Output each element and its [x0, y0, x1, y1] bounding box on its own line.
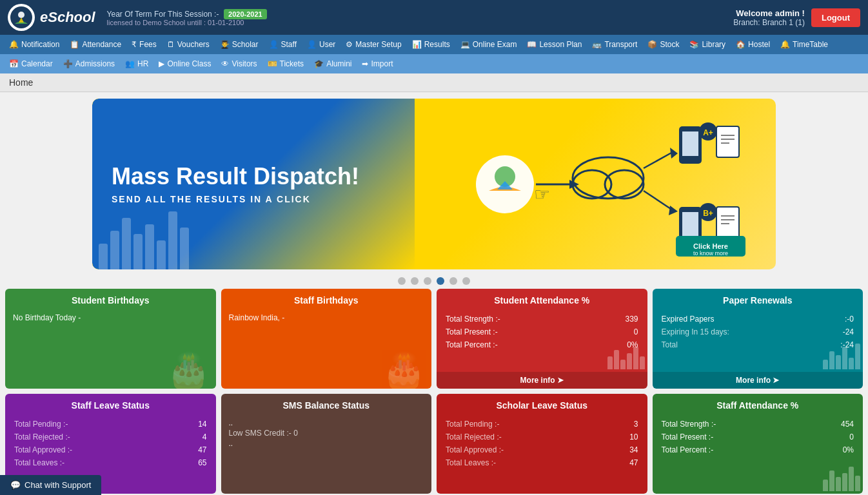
carousel-dots	[0, 273, 868, 289]
nav-user[interactable]: 👤 User	[302, 35, 340, 54]
svg-point-1	[18, 12, 25, 18]
welcome-message: Welcome admin !	[733, 8, 805, 18]
table-row: Total Rejected :- 10	[446, 431, 638, 443]
staff-leave-title: Staff Leave Status	[5, 394, 216, 414]
staff-birthday-icon: 🎂	[382, 353, 431, 389]
staff-strength-value: 454	[817, 418, 854, 430]
student-attendance-more-info[interactable]: More info ➤	[437, 372, 647, 389]
svg-text:B+: B+	[703, 209, 713, 218]
svg-rect-17	[716, 126, 739, 157]
nav-admissions[interactable]: ➕ Admissions	[58, 54, 120, 73]
logo-image	[8, 4, 35, 31]
chat-support-button[interactable]: 💬 Chat with Support	[0, 475, 101, 495]
approved-value: 47	[182, 444, 206, 456]
total-label: Total	[662, 339, 822, 351]
approved-label: Total Approved :-	[14, 444, 181, 456]
chat-icon: 💬	[10, 480, 21, 490]
dot-6[interactable]	[462, 277, 470, 285]
birthday-icon: 🎂	[166, 353, 216, 389]
nav-visitors[interactable]: 👁 Visitors	[216, 54, 262, 73]
nav-staff[interactable]: 👤 Staff	[264, 35, 302, 54]
table-row: Total Percent :- 0%	[662, 444, 854, 456]
branch-info: Branch: Branch 1 (1)	[733, 18, 805, 27]
expiring-value: -24	[822, 326, 854, 338]
logo-text: eSchool	[40, 9, 95, 26]
nav-import[interactable]: ➡ Import	[357, 54, 398, 73]
student-birthdays-title: Student Birthdays	[5, 289, 216, 309]
student-attendance-card: Student Attendance % Total Strength :- 3…	[437, 289, 647, 389]
dot-2[interactable]	[411, 277, 419, 285]
svg-line-11	[644, 191, 673, 210]
scholar-leave-title: Scholar Leave Status	[437, 394, 647, 414]
staff-attendance-title: Staff Attendance %	[653, 394, 863, 414]
paper-renewals-more-info[interactable]: More info ➤	[653, 372, 863, 389]
sms-line1: ..	[229, 418, 424, 427]
nav-tickets[interactable]: 🎫 Tickets	[262, 54, 310, 73]
nav-vouchers[interactable]: 🗒 Vouchers	[162, 35, 215, 54]
staff-percent-value: 0%	[817, 444, 854, 456]
nav-scholar[interactable]: 👨‍🎓 Scholar	[215, 35, 264, 54]
svg-rect-14	[682, 131, 698, 156]
present-label: Total Present :-	[446, 326, 600, 338]
nav-online-exam[interactable]: 💻 Online Exam	[455, 35, 522, 54]
strength-label: Total Strength :-	[446, 313, 600, 325]
nav-attendance[interactable]: 📋 Attendance	[64, 35, 126, 54]
nav-results[interactable]: 📊 Results	[407, 35, 455, 54]
breadcrumb: Home	[0, 73, 868, 92]
banner-right: A+ B+ Click Here to kno	[415, 101, 776, 268]
nav-fees[interactable]: ₹ Fees	[126, 35, 162, 54]
staff-percent-label: Total Percent :-	[662, 444, 816, 456]
logout-button[interactable]: Logout	[811, 8, 860, 27]
scholar-pending-label: Total Pending :-	[446, 418, 612, 430]
sms-low-label: Low SMS Credit :- 0	[229, 429, 424, 438]
percent-label: Total Percent :-	[446, 339, 600, 351]
paper-renewals-chart	[823, 337, 860, 369]
nav-transport[interactable]: 🚌 Transport	[587, 35, 642, 54]
header-right: Welcome admin ! Branch: Branch 1 (1) Log…	[733, 8, 860, 27]
scholar-rejected-value: 10	[613, 431, 638, 443]
staff-birthdays-subtitle: Rainbow India, -	[229, 313, 424, 322]
banner-section: Mass Result Dispatch! SEND ALL THE RESUL…	[0, 92, 868, 273]
nav-notification[interactable]: 🔔 Notification	[4, 35, 64, 54]
banner-left: Mass Result Dispatch! SEND ALL THE RESUL…	[92, 99, 415, 269]
session-badge: 2020-2021	[224, 9, 267, 19]
svg-text:Click Here: Click Here	[693, 242, 728, 250]
nav-library[interactable]: 📚 Library	[684, 35, 731, 54]
svg-text:☞: ☞	[534, 184, 550, 204]
primary-nav: 🔔 Notification 📋 Attendance ₹ Fees 🗒 Vou…	[0, 35, 868, 54]
svg-text:A+: A+	[703, 128, 713, 137]
nav-hostel[interactable]: 🏠 Hostel	[731, 35, 775, 54]
rejected-value: 4	[182, 431, 206, 443]
scholar-leave-card: Scholar Leave Status Total Pending :- 3 …	[437, 394, 647, 494]
scholar-approved-label: Total Approved :-	[446, 444, 612, 456]
dot-5[interactable]	[449, 277, 457, 285]
pending-value: 14	[182, 418, 206, 430]
student-attendance-chart	[607, 337, 645, 369]
nav-lesson-plan[interactable]: 📖 Lesson Plan	[522, 35, 587, 54]
leaves-label: Total Leaves :-	[14, 457, 181, 469]
student-attendance-body: Total Strength :- 339 Total Present :- 0…	[437, 309, 647, 372]
nav-online-class[interactable]: ▶ Online Class	[153, 54, 216, 73]
nav-stock[interactable]: 📦 Stock	[642, 35, 684, 54]
present-value: 0	[602, 326, 638, 338]
nav-hr[interactable]: 👥 HR	[120, 54, 153, 73]
staff-present-value: 0	[817, 431, 854, 443]
nav-calendar[interactable]: 📅 Calendar	[4, 54, 58, 73]
staff-attendance-table: Total Strength :- 454 Total Present :- 0…	[660, 417, 856, 457]
banner-title: Mass Result Dispatch!	[112, 164, 395, 189]
breadcrumb-home: Home	[9, 77, 33, 88]
nav-master-setup[interactable]: ⚙ Master Setup	[340, 35, 406, 54]
staff-strength-label: Total Strength :-	[662, 418, 816, 430]
svg-text:to know more: to know more	[693, 250, 728, 257]
dot-3[interactable]	[424, 277, 431, 285]
student-birthdays-subtitle: No Birthday Today -	[13, 313, 208, 322]
dot-1[interactable]	[398, 277, 406, 285]
header: eSchool Year Of Term For This Session :-…	[0, 0, 868, 35]
nav-alumini[interactable]: 🎓 Alumini	[309, 54, 357, 73]
scholar-leave-body: Total Pending :- 3 Total Rejected :- 10 …	[437, 414, 647, 494]
banner-bars	[92, 211, 195, 269]
dot-4[interactable]	[437, 277, 444, 285]
licensed-text: licensed to Demo School untill : 01-01-2…	[107, 19, 267, 26]
banner-subtitle: SEND ALL THE RESULTS IN A CLICK	[112, 194, 395, 204]
nav-timetable[interactable]: 🔔 TimeTable	[775, 35, 833, 54]
